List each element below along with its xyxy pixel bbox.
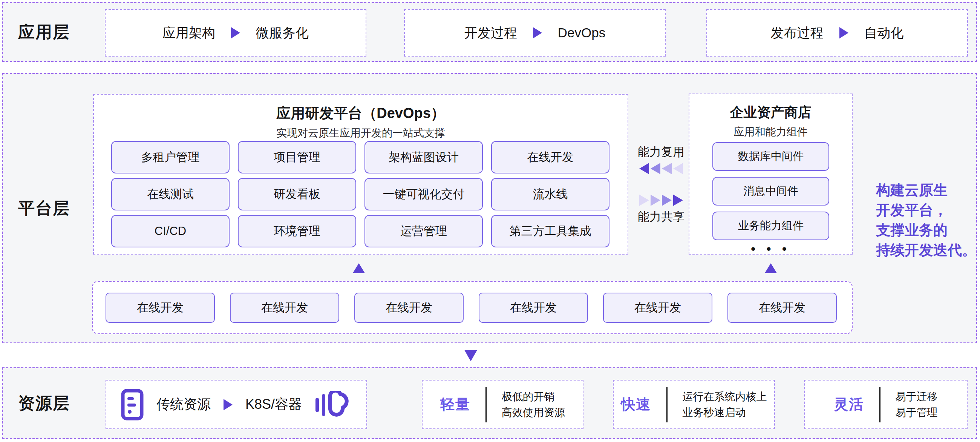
side-note-line: 持续开发迭代。 <box>876 240 976 260</box>
capability-share-label: 能力共享 <box>638 209 684 225</box>
capability-pill: 项目管理 <box>238 141 356 174</box>
capability-pill: CI/CD <box>111 215 229 247</box>
resource-layer-label: 资源层 <box>18 392 70 415</box>
flow-target-label: 微服务化 <box>256 24 309 42</box>
arrow-down-icon <box>465 350 477 361</box>
online-dev-row: 在线开发 在线开发 在线开发 在线开发 在线开发 在线开发 <box>92 281 853 334</box>
asset-pill: 业务能力组件 <box>713 212 829 240</box>
feature-name: 轻量 <box>440 395 470 414</box>
server-icon <box>121 389 143 421</box>
capability-pill: 流水线 <box>491 178 609 211</box>
vertical-divider <box>667 387 668 422</box>
capability-pill: 第三方工具集成 <box>491 215 609 247</box>
flow-source-label: 应用架构 <box>162 24 215 42</box>
feature-description: 极低的开销 高效使用资源 <box>502 390 565 419</box>
capability-pill: 在线测试 <box>111 178 229 211</box>
feature-desc-line: 运行在系统内核上 <box>682 390 767 403</box>
flow-source-label: 开发过程 <box>465 24 517 42</box>
capability-pill: 架构蓝图设计 <box>364 141 483 174</box>
chevron-left-icon <box>651 163 660 174</box>
online-dev-pill: 在线开发 <box>230 293 339 323</box>
arrow-up-icon <box>353 263 365 273</box>
capability-pill: 多租户管理 <box>111 141 229 174</box>
resource-layer: 资源层 传统资源 K8S/容器 轻量 极低的开销 <box>2 367 977 439</box>
feature-desc-line: 业务秒速启动 <box>682 406 767 419</box>
online-dev-pill: 在线开发 <box>105 293 215 323</box>
side-note-line: 开发平台， <box>876 200 976 220</box>
asset-panel-subtitle: 应用和能力组件 <box>689 125 852 139</box>
arrow-right-icon <box>224 399 232 410</box>
capability-pill: 研发看板 <box>238 178 356 211</box>
side-note-line: 构建云原生 <box>876 180 976 200</box>
asset-store-panel: 企业资产商店 应用和能力组件 数据库中间件 消息中间件 业务能力组件 • • • <box>689 94 853 255</box>
feature-description: 运行在系统内核上 业务秒速启动 <box>682 390 767 419</box>
vertical-divider <box>485 387 487 422</box>
vertical-divider <box>879 387 880 422</box>
capability-pill: 运营管理 <box>364 215 483 247</box>
chevron-left-icon <box>662 163 672 174</box>
capability-pill: 环境管理 <box>238 215 356 247</box>
feature-desc-line: 易于管理 <box>896 406 938 419</box>
platform-side-note: 构建云原生 开发平台， 支撑业务的 持续开发迭代。 <box>876 180 976 260</box>
migration-source-label: 传统资源 <box>156 395 211 414</box>
arrow-right-icon <box>839 27 848 38</box>
asset-component-list: 数据库中间件 消息中间件 业务能力组件 <box>713 142 829 240</box>
arrow-right-icon <box>533 27 542 38</box>
application-layer-label: 应用层 <box>18 21 70 43</box>
flow-target-label: 自动化 <box>864 24 904 42</box>
arrow-up-icon <box>765 263 777 273</box>
feature-description: 易于迁移 易于管理 <box>896 390 938 419</box>
platform-layer-label: 平台层 <box>18 197 70 220</box>
cloud-native-architecture-diagram: 应用层 应用架构 微服务化 开发过程 DevOps 发布过程 自动化 平台层 应… <box>0 0 980 442</box>
feature-desc-line: 极低的开销 <box>502 390 565 403</box>
devops-panel-subtitle: 实现对云原生应用开发的一站式支撑 <box>94 126 628 140</box>
asset-panel-title: 企业资产商店 <box>689 103 852 122</box>
asset-pill: 消息中间件 <box>713 177 829 206</box>
chevron-left-icon <box>639 163 649 174</box>
feature-box-fast: 快速 运行在系统内核上 业务秒速启动 <box>613 380 775 429</box>
platform-layer: 平台层 应用研发平台（DevOps） 实现对云原生应用开发的一站式支撑 多租户管… <box>2 73 977 343</box>
chevron-right-icon <box>639 195 649 206</box>
chevron-right-icon <box>651 195 660 206</box>
app-flow-box-architecture: 应用架构 微服务化 <box>105 9 366 57</box>
flow-source-label: 发布过程 <box>771 24 824 42</box>
online-dev-pill: 在线开发 <box>479 293 588 323</box>
side-note-line: 支撑业务的 <box>876 220 976 240</box>
chevrons-left-icon <box>639 163 683 174</box>
feature-name: 快速 <box>621 395 651 414</box>
capability-reuse-label: 能力复用 <box>638 144 684 160</box>
resource-migration-box: 传统资源 K8S/容器 <box>105 380 367 429</box>
feature-desc-line: 易于迁移 <box>896 390 938 403</box>
chevron-left-icon <box>673 163 683 174</box>
arrow-right-icon <box>231 27 240 38</box>
migration-target-label: K8S/容器 <box>245 395 302 414</box>
chevron-right-icon <box>673 195 683 206</box>
feature-desc-line: 高效使用资源 <box>502 406 565 419</box>
asset-pill: 数据库中间件 <box>713 142 829 171</box>
devops-platform-panel: 应用研发平台（DevOps） 实现对云原生应用开发的一站式支撑 多租户管理 项目… <box>93 94 628 255</box>
devops-panel-title: 应用研发平台（DevOps） <box>94 104 628 123</box>
app-flow-box-devprocess: 开发过程 DevOps <box>404 9 666 57</box>
feature-box-flexible: 灵活 易于迁移 易于管理 <box>804 380 967 429</box>
capability-pill: 在线开发 <box>491 141 609 174</box>
chevron-right-icon <box>662 195 672 206</box>
online-dev-pill: 在线开发 <box>727 293 837 323</box>
chevrons-right-icon <box>639 195 683 206</box>
feature-box-lightweight: 轻量 极低的开销 高效使用资源 <box>422 380 584 429</box>
ellipsis-dots: • • • <box>689 241 852 256</box>
cloud-container-icon <box>315 391 352 418</box>
capability-exchange: 能力复用 能力共享 <box>633 144 689 225</box>
capability-pill: 一键可视化交付 <box>364 178 483 211</box>
app-flow-box-release: 发布过程 自动化 <box>706 9 968 57</box>
devops-capability-grid: 多租户管理 项目管理 架构蓝图设计 在线开发 在线测试 研发看板 一键可视化交付… <box>111 141 609 247</box>
flow-target-label: DevOps <box>558 25 605 40</box>
online-dev-pill: 在线开发 <box>603 293 713 323</box>
application-layer: 应用层 应用架构 微服务化 开发过程 DevOps 发布过程 自动化 <box>2 2 977 62</box>
feature-name: 灵活 <box>834 395 864 414</box>
online-dev-pill: 在线开发 <box>354 293 464 323</box>
